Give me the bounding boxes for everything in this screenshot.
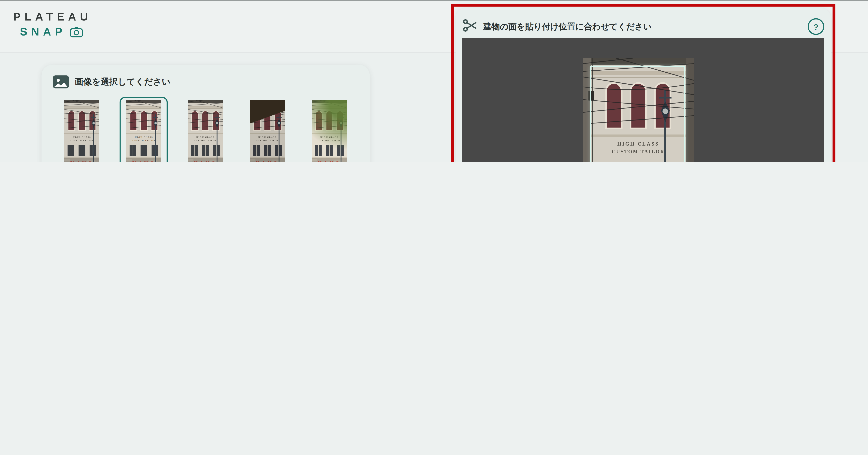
thumbnail-grid: 2025/09/21 17:30:38 2025/09/21 17:30:57 … <box>53 97 359 162</box>
paste-position-rect <box>590 66 685 162</box>
face-align-title: 建物の面を貼り付け位置に合わせてください <box>483 21 802 32</box>
image-select-panel: 画像を選択してください 2025/09/21 17:30:38 2025/09/… <box>41 65 370 162</box>
thumbnail-item[interactable]: 2025/09/21 17:31:13 <box>182 97 229 162</box>
camera-icon <box>69 26 83 37</box>
plateau-snap-app: PLATEAU SNAP <box>0 0 868 162</box>
thumbnail-item[interactable]: 2025/09/21 17:30:57 <box>120 97 168 162</box>
thumbnail-item[interactable]: 2025/10/27 14:22:14 <box>243 97 291 162</box>
thumbnail-photo <box>188 100 223 162</box>
help-icon[interactable]: ? <box>808 18 824 35</box>
brand-plateau: PLATEAU <box>13 10 92 24</box>
scissors-icon <box>462 18 478 35</box>
thumbnail-photo <box>312 100 347 162</box>
brand-logo: PLATEAU SNAP <box>13 10 92 39</box>
thumbnail-photo <box>250 100 285 162</box>
thumbnail-item[interactable]: 2025/11/07 12:08:17 <box>306 97 353 162</box>
brand-snap: SNAP <box>20 25 66 39</box>
thumbnail-photo <box>126 100 161 162</box>
face-align-panel: 建物の面を貼り付け位置に合わせてください ? 操作方法 ✕ マウスホイール：拡大… <box>456 8 831 162</box>
thumbnail-item[interactable]: 2025/09/21 17:30:38 <box>58 97 106 162</box>
image-icon <box>53 75 69 89</box>
highlight-annotation-frame: 建物の面を貼り付け位置に合わせてください ? 操作方法 ✕ マウスホイール：拡大… <box>451 4 835 162</box>
align-canvas[interactable]: 操作方法 ✕ マウスホイール：拡大縮小 左ドラッグ：移動 右ドラッグ：回転 貼り… <box>462 38 824 162</box>
image-select-title: 画像を選択してください <box>75 76 170 88</box>
thumbnail-photo <box>64 100 99 162</box>
